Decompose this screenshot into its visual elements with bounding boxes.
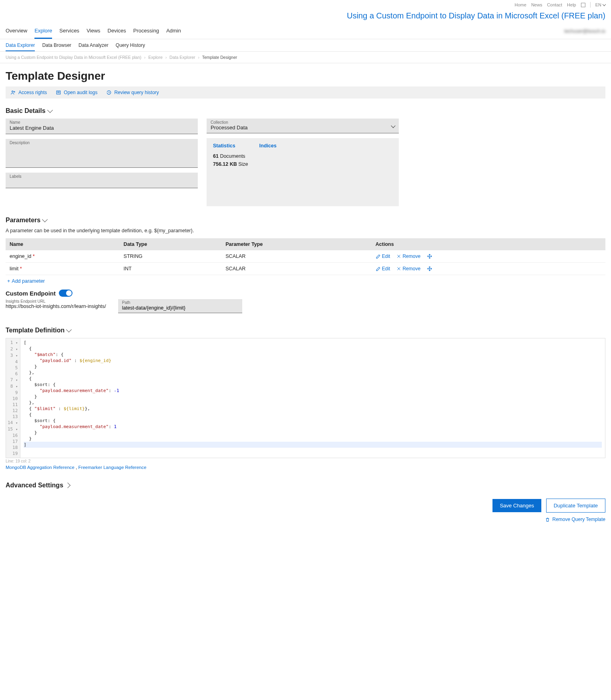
svg-point-0 (12, 91, 14, 93)
param-datatype: INT (120, 263, 222, 275)
people-icon (10, 90, 16, 95)
nav-processing[interactable]: Processing (133, 24, 159, 39)
lang-switcher[interactable]: EN (595, 2, 605, 7)
history-icon (106, 90, 112, 95)
docs-count: 61 (213, 153, 219, 159)
chevron-down-icon (47, 107, 53, 113)
chevron-down-icon (42, 217, 48, 222)
mongodb-ref-link[interactable]: MongoDB Aggregation Reference (6, 465, 74, 470)
description-field[interactable]: Description (6, 139, 198, 168)
endpoint-url-field: Insights Endpoint URL https://bosch-iot-… (6, 299, 106, 309)
chevron-right-icon (65, 483, 70, 488)
custom-endpoint-label: Custom Endpoint (6, 290, 56, 297)
labels-label: Labels (10, 174, 194, 179)
endpoint-url-value: https://bosch-iot-insights.com/r/learn-i… (6, 304, 106, 309)
subnav-query-history[interactable]: Query History (116, 39, 145, 51)
subnav-data-analyzer[interactable]: Data Analyzer (78, 39, 109, 51)
col-datatype: Data Type (120, 238, 222, 250)
collection-value: Processed Data (211, 124, 248, 131)
editor-content[interactable]: [ { "$match": { "payload.id" : ${engine_… (20, 338, 605, 458)
name-label: Name (10, 120, 194, 125)
util-contact[interactable]: Contact (547, 2, 562, 7)
crumb-data-explorer[interactable]: Data Explorer (169, 55, 195, 60)
nav-admin[interactable]: Admin (166, 24, 181, 39)
section-parameters[interactable]: Parameters (6, 217, 605, 224)
svg-point-1 (14, 91, 15, 92)
chevron-down-icon (391, 123, 395, 128)
access-rights-label: Access rights (18, 90, 47, 95)
path-field[interactable]: Path (118, 299, 242, 313)
cursor-position: Line: 19 col: 2 (6, 459, 605, 463)
section-template-definition[interactable]: Template Definition (6, 327, 605, 334)
remove-param-link[interactable]: Remove (396, 253, 420, 259)
name-input[interactable] (10, 125, 194, 131)
description-label: Description (10, 141, 194, 145)
edit-icon (376, 254, 381, 259)
labels-input[interactable] (10, 179, 194, 185)
nav-explore[interactable]: Explore (34, 24, 52, 39)
move-icon[interactable] (427, 266, 432, 272)
size-value: 756.12 KB (213, 161, 237, 167)
remove-param-link[interactable]: Remove (396, 266, 420, 272)
size-label: Size (238, 161, 248, 167)
add-parameter-link[interactable]: + Add parameter (6, 275, 605, 287)
col-actions: Actions (372, 238, 605, 250)
duplicate-button[interactable]: Duplicate Template (546, 499, 605, 513)
table-row: engine_id * STRING SCALAR Edit Remove (6, 250, 605, 263)
tab-indices[interactable]: Indices (259, 143, 277, 149)
tab-statistics[interactable]: Statistics (213, 143, 235, 149)
remove-template-link[interactable]: Remove Query Template (6, 517, 605, 522)
save-button[interactable]: Save Changes (492, 499, 541, 512)
description-input[interactable] (10, 145, 194, 164)
section-advanced[interactable]: Advanced Settings (6, 482, 605, 489)
app-title-link[interactable]: Using a Custom Endpoint to Display Data … (347, 11, 605, 20)
custom-endpoint-toggle[interactable] (59, 290, 72, 297)
edit-param-link[interactable]: Edit (376, 253, 390, 259)
util-news[interactable]: News (531, 2, 543, 7)
util-home[interactable]: Home (515, 2, 526, 7)
crumb-current: Template Designer (202, 55, 237, 60)
audit-logs-label: Open audit logs (64, 90, 97, 95)
table-row: limit * INT SCALAR Edit Remove (6, 263, 605, 275)
labels-field[interactable]: Labels (6, 173, 198, 188)
param-name: engine_id * (6, 250, 120, 263)
edit-icon (376, 266, 381, 272)
subnav-data-explorer[interactable]: Data Explorer (6, 39, 35, 51)
close-icon (396, 266, 401, 271)
freemarker-ref-link[interactable]: Freemarker Language Reference (78, 465, 147, 470)
move-icon[interactable] (427, 253, 432, 259)
col-name: Name (6, 238, 120, 250)
path-input[interactable] (122, 305, 238, 311)
close-icon (396, 254, 401, 259)
chevron-down-icon (66, 327, 72, 332)
util-help[interactable]: Help (567, 2, 576, 7)
path-label: Path (122, 300, 238, 305)
page-title: Template Designer (6, 70, 605, 82)
col-paramtype: Parameter Type (221, 238, 372, 250)
nav-services[interactable]: Services (59, 24, 79, 39)
util-divider (590, 2, 591, 8)
statistics-panel: Statistics Indices 61 Documents 756.12 K… (207, 138, 399, 206)
section-basic-details[interactable]: Basic Details (6, 107, 605, 115)
query-history-link[interactable]: Review query history (106, 90, 159, 95)
nav-views[interactable]: Views (86, 24, 100, 39)
code-editor[interactable]: 1 ▾2 ▾3 ▾4567 ▾8 ▾91011121314 ▾15 ▾16171… (6, 338, 605, 458)
query-history-label: Review query history (114, 90, 159, 95)
nav-overview[interactable]: Overview (6, 24, 27, 39)
collection-field[interactable]: Collection Processed Data (207, 119, 399, 133)
access-rights-link[interactable]: Access rights (10, 90, 47, 95)
nav-devices[interactable]: Devices (108, 24, 126, 39)
edit-param-link[interactable]: Edit (376, 266, 390, 272)
section-basic-label: Basic Details (6, 107, 46, 115)
add-parameter-label: Add parameter (12, 278, 45, 284)
breadcrumb: Using a Custom Endpoint to Display Data … (6, 55, 605, 60)
audit-logs-link[interactable]: Open audit logs (56, 90, 97, 95)
external-link-icon[interactable] (581, 3, 585, 7)
name-field[interactable]: Name (6, 119, 198, 134)
param-paramtype: SCALAR (221, 250, 372, 263)
subnav-data-browser[interactable]: Data Browser (42, 39, 71, 51)
param-datatype: STRING (120, 250, 222, 263)
param-paramtype: SCALAR (221, 263, 372, 275)
crumb-root[interactable]: Using a Custom Endpoint to Display Data … (6, 55, 141, 60)
crumb-explore[interactable]: Explore (148, 55, 163, 60)
